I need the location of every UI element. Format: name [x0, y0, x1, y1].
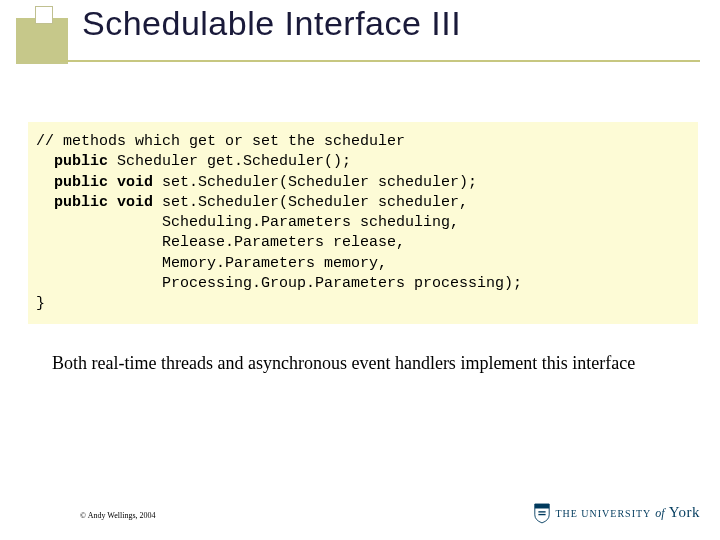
svg-rect-1 [539, 514, 546, 515]
code-close-brace: } [36, 295, 45, 312]
code-text: Release.Parameters release, [36, 234, 405, 251]
code-text: Scheduling.Parameters scheduling, [36, 214, 459, 231]
code-kw: void [108, 194, 153, 211]
code-kw: public [36, 194, 108, 211]
code-kw: public [36, 153, 108, 170]
code-text: Scheduler get.Scheduler(); [108, 153, 351, 170]
shield-icon [533, 502, 551, 524]
body-paragraph: Both real-time threads and asynchronous … [52, 352, 680, 375]
code-text: set.Scheduler(Scheduler scheduler, [153, 194, 468, 211]
code-text: Processing.Group.Parameters processing); [36, 275, 522, 292]
university-logo: THE UNIVERSITY of York [533, 502, 700, 524]
logo-york: York [669, 504, 700, 520]
code-text: Memory.Parameters memory, [36, 255, 387, 272]
code-kw: public [36, 174, 108, 191]
title-accent-square [35, 6, 53, 24]
title-accent-block [16, 18, 68, 64]
copyright-text: © Andy Wellings, 2004 [80, 511, 156, 520]
code-text: set.Scheduler(Scheduler scheduler); [153, 174, 477, 191]
svg-rect-0 [539, 511, 546, 512]
title-underline [60, 60, 700, 62]
logo-line1: THE UNIVERSITY [555, 508, 651, 519]
page-title: Schedulable Interface III [82, 4, 461, 43]
code-kw: void [108, 174, 153, 191]
code-comment: // methods which get or set the schedule… [36, 133, 405, 150]
code-block: // methods which get or set the schedule… [28, 122, 698, 324]
logo-of: of [655, 506, 664, 520]
